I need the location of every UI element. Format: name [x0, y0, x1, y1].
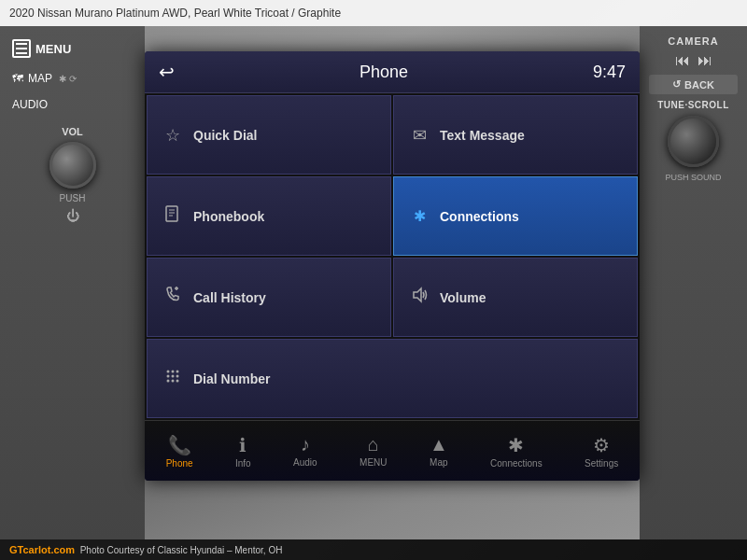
- screen-back-button[interactable]: ↩: [159, 61, 175, 83]
- quick-dial-label: Quick Dial: [193, 128, 257, 143]
- svg-point-11: [167, 380, 170, 383]
- footer-menu-icon: ⌂: [368, 434, 379, 455]
- menu-label: MENU: [35, 42, 71, 56]
- media-controls: ⏮ ⏭: [675, 52, 712, 69]
- gt-brand: GTcarlot.com: [9, 544, 75, 555]
- svg-point-9: [172, 375, 175, 378]
- right-panel: CAMERA ⏮ ⏭ ↺ BACK TUNE·SCROLL PUSH SOUND: [640, 26, 747, 539]
- footer-settings[interactable]: ⚙ Settings: [577, 429, 626, 473]
- svg-point-7: [176, 371, 179, 373]
- audio-button[interactable]: AUDIO: [5, 95, 140, 114]
- photo-frame: 2020 Nissan Murano Platinum AWD, Pearl W…: [0, 0, 747, 560]
- screen-header: ↩ Phone 9:47: [145, 51, 640, 93]
- footer-audio-icon: ♪: [301, 434, 310, 455]
- footer-connections-label: Connections: [490, 458, 543, 469]
- keypad-icon: [162, 367, 184, 390]
- dial-number-button[interactable]: Dial Number: [147, 339, 638, 418]
- watermark: GTcarlot.com Photo Courtesy of Classic H…: [0, 539, 747, 560]
- vol-knob[interactable]: [49, 142, 96, 189]
- map-label: MAP: [28, 72, 52, 85]
- menu-button[interactable]: MENU: [5, 35, 140, 62]
- svg-point-8: [167, 375, 170, 378]
- footer-phone-label: Phone: [166, 458, 193, 469]
- svg-rect-0: [166, 206, 177, 221]
- next-button[interactable]: ⏭: [698, 52, 712, 69]
- text-message-label: Text Message: [440, 128, 525, 143]
- text-message-button[interactable]: ✉ Text Message: [393, 95, 638, 175]
- footer-info-icon: ℹ: [239, 434, 247, 456]
- svg-point-12: [172, 380, 175, 383]
- screen-body: ☆ Quick Dial ✉ Text Message Phoneb: [145, 93, 640, 420]
- car-color: Pearl White Tricoat / Graphite: [194, 7, 341, 20]
- connections-button[interactable]: ✱ Connections: [393, 176, 638, 256]
- footer-settings-icon: ⚙: [593, 434, 610, 456]
- svg-point-6: [172, 371, 175, 373]
- footer-menu-label: MENU: [359, 457, 387, 468]
- vol-knob-area: VOL PUSH ⏻: [49, 126, 96, 223]
- phonebook-label: Phonebook: [193, 209, 264, 224]
- back-label: BACK: [684, 79, 714, 91]
- power-icon: ⏻: [66, 208, 79, 223]
- footer-audio[interactable]: ♪ Audio: [286, 429, 325, 472]
- tune-knob[interactable]: [668, 116, 719, 167]
- dial-number-label: Dial Number: [193, 371, 270, 386]
- phonebook-button[interactable]: Phonebook: [147, 176, 391, 256]
- quick-dial-button[interactable]: ☆ Quick Dial: [147, 95, 391, 175]
- svg-marker-4: [414, 288, 421, 301]
- back-button[interactable]: ↺ BACK: [649, 75, 738, 94]
- audio-label: AUDIO: [12, 98, 48, 111]
- call-history-label: Call History: [193, 290, 266, 305]
- envelope-icon: ✉: [408, 125, 430, 146]
- screen-footer: 📞 Phone ℹ Info ♪ Audio ⌂ MENU ▲ Map ✱ Co…: [145, 420, 640, 481]
- push-sound-label: PUSH SOUND: [665, 173, 721, 182]
- svg-point-10: [176, 375, 179, 378]
- footer-audio-label: Audio: [293, 457, 317, 468]
- prev-button[interactable]: ⏮: [675, 52, 690, 69]
- footer-info-label: Info: [235, 458, 251, 469]
- footer-connections-icon: ✱: [508, 434, 524, 456]
- call-history-icon: [162, 286, 184, 309]
- call-history-button[interactable]: Call History: [147, 258, 391, 337]
- car-model: 2020 Nissan Murano Platinum AWD,: [9, 7, 190, 20]
- star-icon: ☆: [162, 125, 184, 146]
- connections-label: Connections: [440, 209, 519, 224]
- screen-title: Phone: [359, 63, 408, 82]
- screen-time: 9:47: [593, 63, 626, 82]
- footer-connections[interactable]: ✱ Connections: [483, 429, 550, 473]
- footer-phone[interactable]: 📞 Phone: [159, 429, 201, 473]
- footer-info[interactable]: ℹ Info: [228, 429, 259, 473]
- back-arrow-icon: ↺: [672, 78, 681, 91]
- volume-label: Volume: [440, 290, 486, 305]
- center-screen: ↩ Phone 9:47 ☆ Quick Dial ✉ Text Message: [145, 51, 640, 481]
- footer-settings-label: Settings: [585, 458, 618, 469]
- camera-label: CAMERA: [668, 35, 718, 47]
- car-info-bar: 2020 Nissan Murano Platinum AWD, Pearl W…: [0, 0, 747, 26]
- vol-label: VOL: [62, 126, 83, 137]
- bluetooth-icon: ✱: [408, 207, 430, 225]
- tune-scroll-label: TUNE·SCROLL: [657, 100, 729, 110]
- menu-icon: [12, 39, 31, 58]
- push-label: PUSH: [60, 193, 86, 203]
- svg-point-5: [167, 371, 170, 373]
- map-controls: ✱ ⟳: [59, 74, 77, 84]
- footer-menu[interactable]: ⌂ MENU: [352, 429, 394, 472]
- footer-map-label: Map: [430, 457, 447, 468]
- volume-button[interactable]: Volume: [393, 258, 638, 337]
- phonebook-icon: [162, 204, 184, 228]
- volume-icon: [408, 286, 430, 309]
- footer-phone-icon: 📞: [168, 434, 191, 456]
- map-icon: 🗺: [12, 72, 23, 85]
- svg-point-13: [176, 380, 179, 383]
- photo-source: Photo Courtesy of Classic Hyundai – Ment…: [80, 545, 283, 555]
- footer-map-icon: ▲: [430, 434, 448, 455]
- left-panel: MENU 🗺 MAP ✱ ⟳ AUDIO VOL PUSH ⏻: [0, 26, 145, 539]
- map-button[interactable]: 🗺 MAP ✱ ⟳: [5, 69, 140, 88]
- footer-map[interactable]: ▲ Map: [422, 429, 456, 472]
